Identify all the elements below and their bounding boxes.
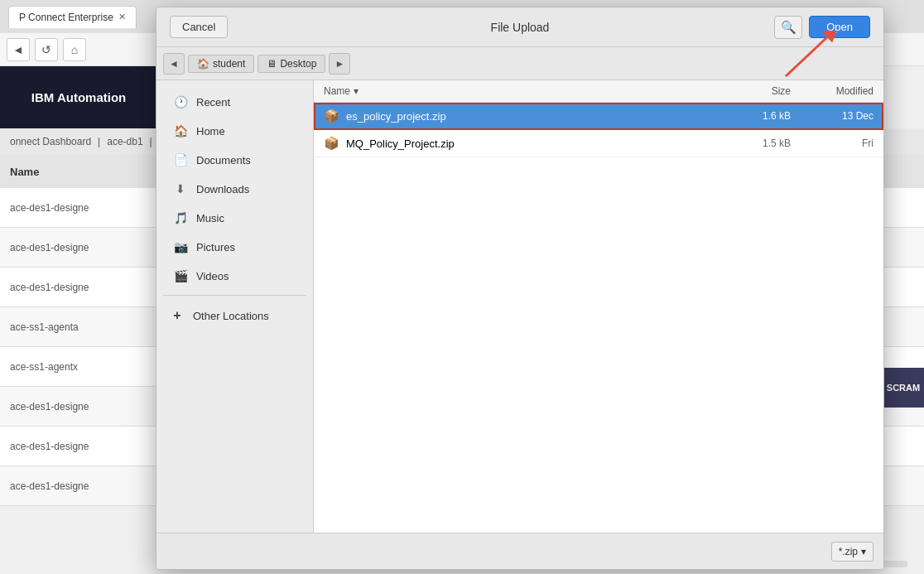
sidebar-item-home[interactable]: 🏠 Home <box>160 117 310 145</box>
search-button[interactable]: 🔍 <box>774 16 802 39</box>
pictures-icon: 📷 <box>173 240 188 253</box>
forward-button[interactable]: ↺ <box>35 38 58 61</box>
music-icon: 🎵 <box>173 211 188 224</box>
filelist-header: Name ▾ Size Modified <box>314 80 883 103</box>
dialog-title: File Upload <box>491 21 550 34</box>
sidebar-label-pictures: Pictures <box>196 241 235 253</box>
home-icon: 🏠 <box>197 58 209 70</box>
sidebar-item-downloads[interactable]: ⬇ Downloads <box>160 175 310 203</box>
file-upload-dialog: Cancel File Upload 🔍 Open ◄ 🏠 student 🖥 <box>156 7 884 570</box>
nav-student-item[interactable]: 🏠 student <box>188 55 254 73</box>
home-sidebar-icon: 🏠 <box>173 124 188 137</box>
sidebar-item-recent[interactable]: 🕐 Recent <box>160 88 310 116</box>
cancel-button[interactable]: Cancel <box>170 16 228 38</box>
sidebar-item-documents[interactable]: 📄 Documents <box>160 146 310 174</box>
filter-label: *.zip <box>839 546 858 557</box>
row-label: ace-des1-designe <box>10 401 89 412</box>
file-name-cell-1: 📦 es_policy_project.zip <box>324 109 716 123</box>
browser-tab[interactable]: P Connect Enterprise ✕ <box>8 6 137 28</box>
search-icon: 🔍 <box>781 20 796 35</box>
ibm-label: IBM Automation <box>31 90 126 104</box>
breadcrumb-separator: | <box>98 136 100 147</box>
file-name-1: es_policy_project.zip <box>346 110 446 123</box>
sidebar-label-home: Home <box>196 125 225 137</box>
row-label: ace-des1-designe <box>10 282 89 293</box>
tab-close-icon[interactable]: ✕ <box>118 12 126 22</box>
sidebar-label-music: Music <box>196 212 224 224</box>
nav-forward-icon: ► <box>334 58 344 70</box>
videos-icon: 🎬 <box>173 269 188 282</box>
column-modified: Modified <box>791 85 873 97</box>
column-name[interactable]: Name ▾ <box>324 85 716 97</box>
sidebar-item-music[interactable]: 🎵 Music <box>160 204 310 232</box>
back-button[interactable]: ◄ <box>7 38 30 61</box>
zip-file-icon-1: 📦 <box>324 109 339 123</box>
column-size: Size <box>716 85 791 97</box>
zip-file-icon-2: 📦 <box>324 136 339 151</box>
file-list-area: Name ▾ Size Modified 📦 es_policy_project… <box>314 80 883 533</box>
sort-icon: ▾ <box>354 85 359 97</box>
dropdown-icon: ▾ <box>861 546 866 557</box>
file-row-1[interactable]: 📦 es_policy_project.zip 1.6 kB 13 Dec <box>314 103 883 130</box>
add-icon: + <box>170 308 185 323</box>
sidebar-label-videos: Videos <box>196 270 229 282</box>
file-size-1: 1.6 kB <box>716 110 791 122</box>
desktop-icon: 🖥 <box>267 58 277 70</box>
breadcrumb-item1: onnect Dashboard <box>10 136 91 147</box>
sidebar-item-other-locations[interactable]: + Other Locations <box>156 301 313 330</box>
file-filter-dropdown[interactable]: *.zip ▾ <box>831 542 873 562</box>
dialog-titlebar: Cancel File Upload 🔍 Open <box>156 7 883 47</box>
downloads-icon: ⬇ <box>173 182 188 195</box>
file-row-2[interactable]: 📦 MQ_Policy_Project.zip 1.5 kB Fri <box>314 130 883 157</box>
student-label: student <box>213 58 245 70</box>
name-col-label: Name <box>324 85 350 97</box>
dialog-sidebar: 🕐 Recent 🏠 Home 📄 Documents ⬇ Downloads … <box>156 80 314 533</box>
open-button[interactable]: Open <box>809 16 870 38</box>
file-name-cell-2: 📦 MQ_Policy_Project.zip <box>324 136 716 151</box>
file-size-2: 1.5 kB <box>716 137 791 149</box>
nav-desktop-item[interactable]: 🖥 Desktop <box>257 55 325 73</box>
nav-back-button[interactable]: ◄ <box>163 53 185 75</box>
sidebar-label-other-locations: Other Locations <box>193 310 269 322</box>
scram-label: SCRAM <box>883 368 924 408</box>
sidebar-label-recent: Recent <box>196 96 230 109</box>
breadcrumb-separator2: | <box>150 136 152 147</box>
sidebar-item-videos[interactable]: 🎬 Videos <box>160 262 310 290</box>
table-name-col: Name <box>10 166 39 178</box>
sidebar-label-documents: Documents <box>196 154 251 166</box>
row-label: ace-des1-designe <box>10 202 89 214</box>
titlebar-right: 🔍 Open <box>774 16 870 39</box>
ibm-sidebar: IBM Automation <box>0 66 157 128</box>
tab-label: P Connect Enterprise <box>19 12 113 23</box>
dialog-nav: ◄ 🏠 student 🖥 Desktop ► <box>156 47 883 80</box>
nav-forward-button[interactable]: ► <box>329 53 350 75</box>
file-modified-1: 13 Dec <box>791 110 873 122</box>
sidebar-label-downloads: Downloads <box>196 183 249 195</box>
row-label: ace-ss1-agentx <box>10 361 78 373</box>
row-label: ace-des1-designe <box>10 480 89 492</box>
row-label: ace-ss1-agenta <box>10 321 79 333</box>
dialog-bottom: *.zip ▾ <box>156 533 883 569</box>
row-label: ace-des1-designe <box>10 441 89 452</box>
dialog-body: 🕐 Recent 🏠 Home 📄 Documents ⬇ Downloads … <box>156 80 883 533</box>
nav-back-icon: ◄ <box>169 58 179 70</box>
file-name-2: MQ_Policy_Project.zip <box>346 137 455 150</box>
breadcrumb-item2: ace-db1 <box>107 136 142 147</box>
sidebar-item-pictures[interactable]: 📷 Pictures <box>160 233 310 261</box>
desktop-label: Desktop <box>280 58 316 70</box>
recent-icon: 🕐 <box>173 95 188 109</box>
home-button[interactable]: ⌂ <box>63 38 86 61</box>
row-label: ace-des1-designe <box>10 242 89 253</box>
file-modified-2: Fri <box>791 137 873 149</box>
titlebar-left: Cancel <box>170 16 228 38</box>
documents-icon: 📄 <box>173 153 188 166</box>
